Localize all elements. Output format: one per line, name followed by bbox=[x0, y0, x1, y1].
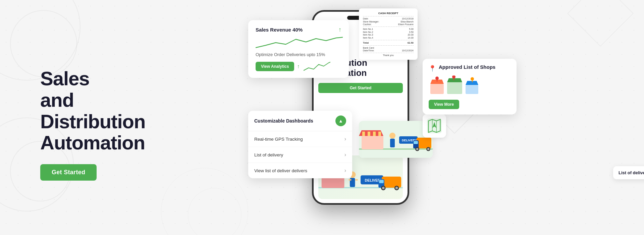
receipt-divider-2 bbox=[363, 27, 414, 27]
map-icon-card bbox=[423, 114, 446, 138]
receipt-item-3: Item No.3 20.00 bbox=[363, 34, 414, 36]
chevron-right-icon-2: › bbox=[344, 152, 346, 158]
menu-card: Customizable Dashboards ▲ Real-time GPS … bbox=[248, 111, 352, 178]
svg-point-30 bbox=[471, 77, 474, 81]
list-delivery-floating-card: List of delivery bbox=[613, 166, 644, 179]
chevron-right-icon-3: › bbox=[344, 168, 346, 174]
svg-rect-13 bbox=[382, 177, 401, 188]
svg-point-26 bbox=[435, 77, 439, 80]
svg-marker-23 bbox=[447, 78, 462, 82]
svg-rect-24 bbox=[466, 85, 478, 94]
shops-card: 📍 Approved List of Shops bbox=[423, 59, 517, 114]
shops-illustration-svg bbox=[429, 76, 502, 96]
delivery-scene-svg: DELIVERY bbox=[359, 121, 433, 158]
right-section: Sales Revenue 40% ↑ Optimize Order Deliv… bbox=[228, 0, 644, 235]
menu-item-view-delivers-label: View list of deliver delivers bbox=[254, 168, 307, 173]
svg-rect-22 bbox=[447, 82, 462, 94]
svg-rect-41 bbox=[390, 139, 395, 147]
svg-rect-20 bbox=[430, 84, 444, 94]
receipt-cashier-row: Cashier: Etiam Posuere bbox=[363, 23, 414, 26]
svg-rect-19 bbox=[379, 180, 384, 183]
location-icon: 📍 bbox=[429, 65, 436, 72]
analytics-chart-1 bbox=[256, 36, 341, 49]
receipt-manager-row: Store Manager: Elisa Blanch bbox=[363, 20, 414, 23]
view-more-button[interactable]: View More bbox=[429, 100, 459, 109]
svg-rect-46 bbox=[414, 141, 418, 144]
hero-title: Sales and Distribution Automation bbox=[40, 68, 228, 153]
receipt-divider-1 bbox=[363, 16, 414, 16]
svg-rect-9 bbox=[348, 179, 352, 181]
analytics-title: Sales Revenue 40% bbox=[256, 27, 303, 33]
receipt-title: CASH RECEIPT bbox=[363, 12, 414, 15]
map-icon-svg bbox=[427, 119, 442, 133]
svg-point-48 bbox=[416, 148, 419, 150]
phone-cta-button[interactable]: Get Started bbox=[318, 83, 403, 93]
main-container: Sales and Distribution Automation Get St… bbox=[0, 0, 644, 235]
shops-illustration bbox=[429, 76, 511, 96]
menu-item-delivery-label: List of delivery bbox=[254, 152, 283, 157]
menu-item-delivery[interactable]: List of delivery › bbox=[248, 147, 352, 163]
receipt-card: CASH RECEIPT Date: 10/12/2018 Store Mana… bbox=[359, 8, 418, 60]
analytics-arrow-up-icon: ↑ bbox=[338, 26, 341, 33]
menu-header-icon: ▲ bbox=[335, 115, 346, 126]
analytics-arrow-2-icon: ↑ bbox=[297, 63, 300, 69]
receipt-item-2: Item No.2 3.50 bbox=[363, 31, 414, 33]
svg-rect-10 bbox=[355, 179, 358, 181]
menu-item-gps[interactable]: Real-time GPS Tracking › bbox=[248, 131, 352, 147]
analytics-card: Sales Revenue 40% ↑ Optimize Order Deliv… bbox=[248, 20, 349, 78]
receipt-divider-5 bbox=[363, 53, 414, 53]
svg-point-18 bbox=[395, 187, 398, 189]
shops-card-title: Approved List of Shops bbox=[439, 64, 495, 70]
menu-card-header: Customizable Dashboards ▲ bbox=[248, 111, 352, 131]
svg-rect-34 bbox=[362, 136, 383, 149]
chevron-right-icon-1: › bbox=[344, 136, 346, 142]
svg-rect-44 bbox=[417, 138, 431, 148]
receipt-divider-3 bbox=[363, 40, 414, 40]
hero-section: Sales and Distribution Automation Get St… bbox=[0, 54, 228, 181]
receipt-item-1: Item No.1 5.00 bbox=[363, 28, 414, 30]
view-analytics-button[interactable]: View Analytics bbox=[256, 62, 294, 71]
shops-card-header: 📍 Approved List of Shops bbox=[429, 64, 511, 72]
analytics-card-header: Sales Revenue 40% ↑ bbox=[256, 26, 341, 33]
delivery-scene-card: DELIVERY bbox=[359, 121, 433, 158]
list-delivery-text: List of delivery bbox=[619, 170, 644, 175]
receipt-thank-you: Thank you bbox=[363, 54, 414, 56]
receipt-item-4: Item No.4 14.00 bbox=[363, 37, 414, 39]
receipt-payment-row: Bank Card bbox=[363, 47, 414, 49]
svg-point-16 bbox=[382, 187, 385, 189]
menu-item-gps-label: Real-time GPS Tracking bbox=[254, 137, 303, 142]
get-started-button[interactable]: Get Started bbox=[40, 164, 97, 181]
receipt-divider-4 bbox=[363, 45, 414, 46]
receipt-date-row: Date: 10/12/2018 bbox=[363, 17, 414, 20]
svg-point-50 bbox=[427, 148, 430, 150]
analytics-subtitle: Optimize Order Deliveries upto 15% bbox=[256, 52, 341, 57]
svg-rect-36 bbox=[362, 132, 365, 136]
receipt-total-row: Total 42.50 bbox=[363, 41, 414, 44]
svg-point-28 bbox=[452, 76, 455, 79]
svg-rect-38 bbox=[373, 132, 376, 136]
menu-item-view-delivers[interactable]: View list of deliver delivers › bbox=[248, 163, 352, 178]
svg-point-40 bbox=[389, 133, 395, 139]
svg-rect-39 bbox=[378, 132, 381, 136]
menu-header-text: Customizable Dashboards bbox=[254, 118, 313, 124]
svg-rect-37 bbox=[368, 132, 370, 136]
receipt-datetime-row: Date/Time: 10/12/2024 bbox=[363, 49, 414, 52]
